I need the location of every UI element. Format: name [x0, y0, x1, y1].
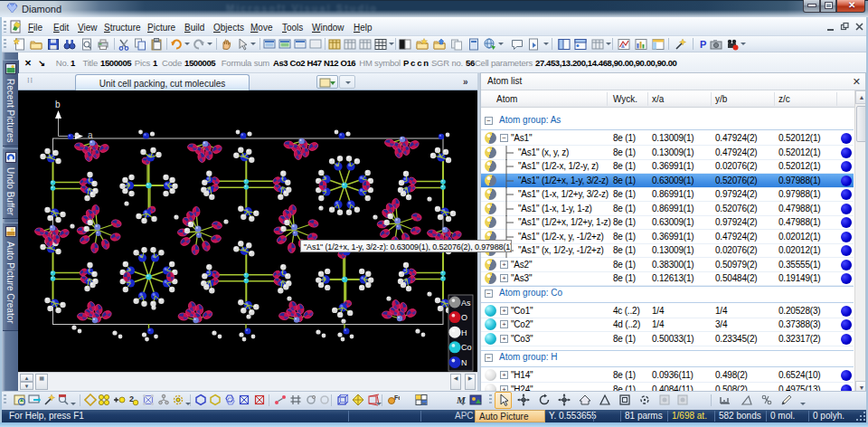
svg-text:Fe: Fe	[394, 394, 400, 401]
svg-text:b: b	[55, 100, 61, 109]
svg-text:P: P	[700, 39, 706, 50]
svg-text:H: H	[461, 328, 467, 337]
svg-text:As: As	[461, 299, 471, 308]
svg-text:a: a	[88, 130, 93, 140]
svg-text:Co: Co	[461, 343, 472, 352]
svg-text:N: N	[461, 358, 467, 367]
svg-text:O: O	[461, 313, 467, 322]
